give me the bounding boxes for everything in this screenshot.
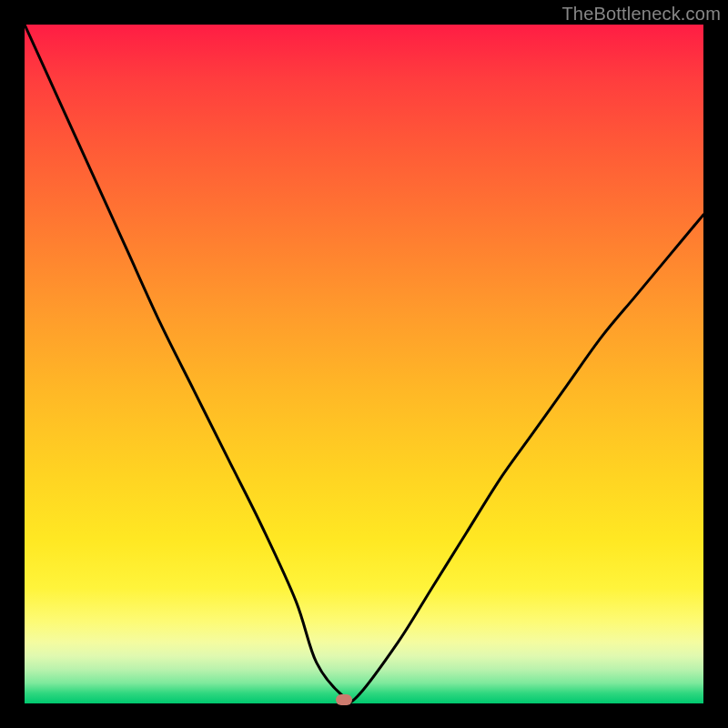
watermark-text: TheBottleneck.com [561,4,721,25]
chart-frame [25,25,703,703]
optimum-marker [336,694,352,705]
bottleneck-curve [25,25,703,703]
